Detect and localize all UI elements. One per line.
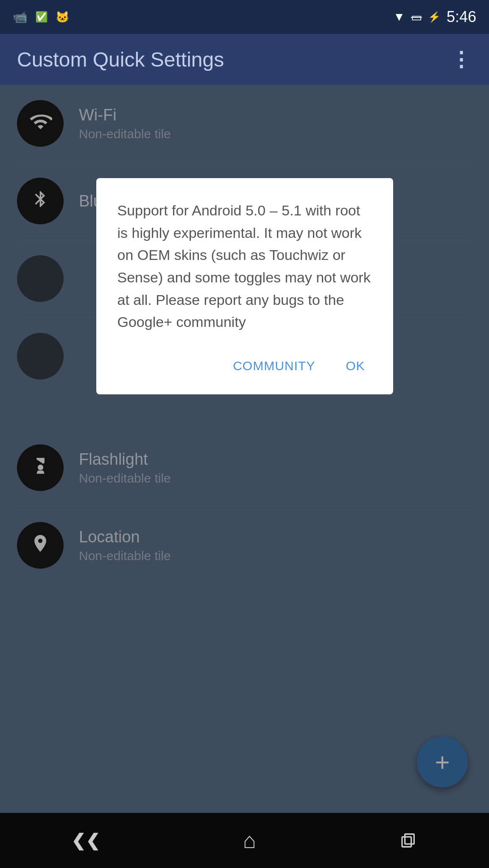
- back-button[interactable]: ❮❮: [71, 831, 100, 850]
- ok-button[interactable]: OK: [339, 354, 372, 377]
- dialog-overlay: Support for Android 5.0 – 5.1 with root …: [0, 85, 489, 813]
- video-camera-icon: 📹: [13, 10, 28, 24]
- dialog-actions: COMMUNITY OK: [117, 354, 372, 382]
- overflow-menu-icon[interactable]: ⋮: [451, 47, 472, 71]
- nav-bar: ❮❮ ⌂: [0, 813, 489, 868]
- status-time: 5:46: [447, 8, 476, 26]
- status-bar: 📹 ✅ 🐱 ▼ ▭ ⚡ 5:46: [0, 0, 489, 34]
- dialog-message: Support for Android 5.0 – 5.1 with root …: [117, 199, 372, 333]
- battery-icon: ⚡: [428, 11, 441, 23]
- svg-rect-0: [402, 837, 411, 847]
- sim-off-icon: ▭: [411, 10, 422, 24]
- app-bar: Custom Quick Settings ⋮: [0, 34, 489, 85]
- recents-button[interactable]: [399, 832, 418, 849]
- status-bar-right: ▼ ▭ ⚡ 5:46: [393, 8, 476, 26]
- home-button[interactable]: ⌂: [243, 828, 256, 853]
- community-button[interactable]: COMMUNITY: [226, 354, 322, 377]
- app-title: Custom Quick Settings: [17, 48, 224, 71]
- status-bar-left: 📹 ✅ 🐱: [13, 10, 69, 24]
- wifi-status-icon: ▼: [393, 10, 405, 24]
- main-content: Wi-Fi Non-editable tile Bluetooth: [0, 85, 489, 813]
- checkmark-box-icon: ✅: [35, 11, 48, 23]
- svg-rect-1: [405, 834, 414, 844]
- cat-face-icon: 🐱: [56, 11, 69, 24]
- dialog: Support for Android 5.0 – 5.1 with root …: [96, 178, 393, 394]
